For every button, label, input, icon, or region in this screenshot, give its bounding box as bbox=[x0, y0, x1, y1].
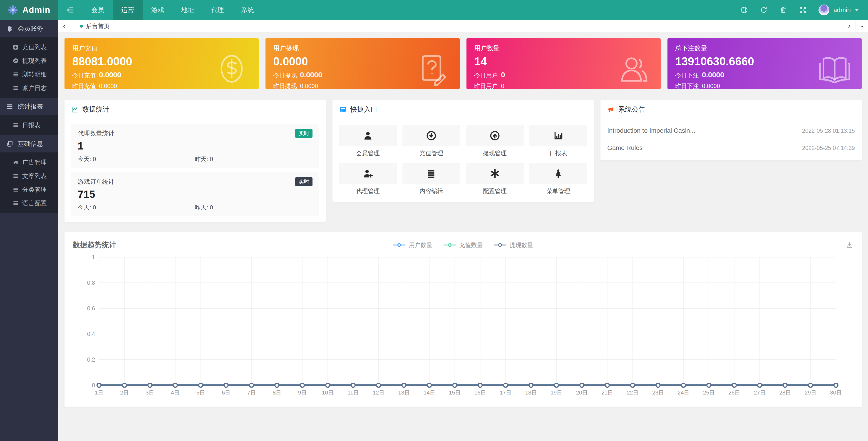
trend-line-chart[interactable]: 00.20.40.60.811日2日3日4日5日6日7日8日9日10日11日12… bbox=[73, 255, 854, 400]
svg-text:13日: 13日 bbox=[398, 389, 410, 396]
trend-chart-panel: 数据趋势统计 用户数量充值数量提现数量 00.20.40.60.811日2日3日… bbox=[64, 232, 862, 407]
expand-icon[interactable] bbox=[799, 6, 807, 14]
quick-entry-日报表[interactable]: 日报表 bbox=[529, 125, 588, 157]
svg-text:30日: 30日 bbox=[830, 389, 842, 396]
announcement-title: Introduction to Imperial Casin... bbox=[607, 127, 695, 134]
list-icon bbox=[13, 187, 19, 193]
svg-text:0.8: 0.8 bbox=[87, 279, 95, 286]
svg-text:22日: 22日 bbox=[627, 389, 639, 396]
sidebar-item-账户日志[interactable]: 账户日志 bbox=[0, 81, 58, 95]
stat-card-用户提现[interactable]: 用户提现0.0000今日提现0.0000昨日提现0.0000 bbox=[266, 38, 460, 90]
megaphone-icon bbox=[607, 106, 615, 113]
stat-card-用户充值[interactable]: 用户充值88081.0000今日充值0.0000昨日充值0.0000 bbox=[64, 38, 259, 90]
svg-text:9日: 9日 bbox=[298, 389, 307, 396]
quick-entry-充值管理[interactable]: 充值管理 bbox=[402, 125, 461, 157]
sidebar-item-广告管理[interactable]: 广告管理 bbox=[0, 156, 58, 169]
sidebar-section-会员账务[interactable]: ฿会员账务 bbox=[0, 20, 58, 37]
svg-text:12日: 12日 bbox=[373, 389, 384, 396]
svg-text:20日: 20日 bbox=[576, 389, 588, 396]
quick-entry-菜单管理[interactable]: 菜单管理 bbox=[529, 163, 588, 195]
stat-block-today: 今天: 0 bbox=[78, 203, 96, 211]
nav-item-会员[interactable]: 会员 bbox=[83, 0, 113, 20]
download-icon[interactable] bbox=[846, 241, 854, 249]
sidebar-item-文章列表[interactable]: 文章列表 bbox=[0, 169, 58, 183]
svg-text:16日: 16日 bbox=[474, 389, 486, 396]
quick-entry-label: 会员管理 bbox=[356, 149, 380, 157]
nav-item-运营[interactable]: 运营 bbox=[113, 0, 143, 20]
plus-icon bbox=[13, 44, 19, 50]
announcement-time: 2022-05-25 07:14:39 bbox=[802, 145, 855, 151]
user-menu[interactable]: admin bbox=[818, 4, 859, 15]
sidebar-item-label: 语言配置 bbox=[22, 199, 47, 207]
chart-title: 数据趋势统计 bbox=[73, 240, 116, 250]
quick-entry-内容编辑[interactable]: 内容编辑 bbox=[402, 163, 461, 195]
sidebar-section-统计报表[interactable]: 统计报表 bbox=[0, 98, 58, 115]
stat-block-bottom: 今天: 0昨天: 0 bbox=[78, 203, 312, 211]
legend-item-提现数量[interactable]: 提现数量 bbox=[494, 241, 533, 249]
sidebar-item-label: 划转明细 bbox=[22, 70, 47, 78]
stat-card-yesterday-value: 0.0000 bbox=[300, 82, 318, 90]
svg-text:14日: 14日 bbox=[424, 389, 435, 396]
quick-entry-提现管理[interactable]: 提现管理 bbox=[466, 125, 524, 157]
announcements-header: 系统公告 bbox=[600, 100, 862, 119]
stat-card-today-value: 0.0000 bbox=[702, 71, 724, 79]
sidebar-item-分类管理[interactable]: 分类管理 bbox=[0, 183, 58, 197]
announcement-row[interactable]: Introduction to Imperial Casin...2022-05… bbox=[607, 122, 855, 139]
tabs-scroll-right-button[interactable] bbox=[843, 20, 855, 32]
tabs-scroll-left-button[interactable] bbox=[58, 20, 71, 32]
stat-card-用户数量[interactable]: 用户数量14今日用户0昨日用户0 bbox=[466, 38, 661, 90]
sidebar-item-语言配置[interactable]: 语言配置 bbox=[0, 197, 58, 210]
nav-item-代理[interactable]: 代理 bbox=[203, 0, 232, 20]
legend-item-充值数量[interactable]: 充值数量 bbox=[443, 241, 483, 249]
sidebar-section-基础信息[interactable]: 基础信息 bbox=[0, 135, 58, 152]
trash-icon[interactable] bbox=[779, 6, 787, 14]
menu-fold-icon[interactable] bbox=[58, 0, 83, 20]
quick-entry-会员管理[interactable]: 会员管理 bbox=[339, 125, 397, 157]
globe-icon[interactable] bbox=[740, 6, 748, 14]
legend-item-用户数量[interactable]: 用户数量 bbox=[393, 241, 432, 249]
svg-text:1: 1 bbox=[92, 255, 95, 260]
line-chart-icon bbox=[71, 106, 79, 113]
nav-item-游戏[interactable]: 游戏 bbox=[143, 0, 173, 20]
sidebar-item-划转明细[interactable]: 划转明细 bbox=[0, 68, 58, 81]
announcements-list: Introduction to Imperial Casin...2022-05… bbox=[600, 119, 862, 160]
quick-entry-label: 菜单管理 bbox=[547, 187, 570, 195]
legend-label: 用户数量 bbox=[409, 241, 432, 249]
brand-logo[interactable]: Admin bbox=[0, 0, 58, 20]
nav-item-地址[interactable]: 地址 bbox=[173, 0, 203, 20]
tabs-menu-button[interactable] bbox=[855, 20, 868, 32]
sidebar-item-label: 日报表 bbox=[22, 121, 41, 129]
quick-entry-配置管理[interactable]: 配置管理 bbox=[466, 163, 524, 195]
sidebar-submenu: 日报表 bbox=[0, 115, 58, 135]
stat-card-today-value: 0.0000 bbox=[300, 71, 322, 79]
sidebar-item-label: 文章列表 bbox=[22, 172, 47, 180]
svg-text:21日: 21日 bbox=[601, 389, 613, 396]
realtime-badge: 实时 bbox=[295, 177, 312, 186]
stat-card-today-label: 今日提现 bbox=[273, 71, 297, 79]
announcement-time: 2022-05-28 01:13:15 bbox=[802, 128, 855, 134]
stat-cards-row: 用户充值88081.0000今日充值0.0000昨日充值0.0000用户提现0.… bbox=[64, 38, 862, 90]
sidebar-item-提现列表[interactable]: 提现列表 bbox=[0, 54, 58, 68]
stat-block-value: 715 bbox=[78, 188, 312, 200]
sidebar-item-充值列表[interactable]: 充值列表 bbox=[0, 40, 58, 54]
stat-block-bottom: 今天: 0昨天: 0 bbox=[78, 155, 312, 163]
tab-home[interactable]: 后台首页 bbox=[71, 20, 119, 32]
stat-card-title: 用户提现 bbox=[273, 44, 452, 53]
stat-card-today-label: 今日下注 bbox=[675, 71, 699, 79]
sidebar-item-日报表[interactable]: 日报表 bbox=[0, 118, 58, 132]
nav-item-系统[interactable]: 系统 bbox=[232, 0, 262, 20]
svg-text:0.4: 0.4 bbox=[87, 331, 95, 337]
sidebar-section-label: 统计报表 bbox=[18, 102, 43, 111]
refresh-icon[interactable] bbox=[760, 6, 768, 14]
sidebar-item-label: 广告管理 bbox=[22, 158, 47, 167]
announcement-row[interactable]: Game Rules2022-05-25 07:14:39 bbox=[607, 139, 855, 157]
circle-up-icon bbox=[466, 125, 524, 146]
svg-text:23日: 23日 bbox=[652, 389, 664, 396]
announcements-panel: 系统公告 Introduction to Imperial Casin...20… bbox=[600, 100, 862, 160]
stat-card-title: 用户充值 bbox=[72, 44, 251, 53]
stat-card-总下注数量[interactable]: 总下注数量13910630.6660今日下注0.0000昨日下注0.0000 bbox=[668, 38, 862, 90]
stat-card-yesterday-label: 昨日充值 bbox=[72, 82, 96, 90]
quick-entry-label: 日报表 bbox=[549, 149, 567, 157]
quick-entry-代理管理[interactable]: 代理管理 bbox=[339, 163, 397, 195]
sidebar-item-label: 分类管理 bbox=[22, 185, 47, 194]
